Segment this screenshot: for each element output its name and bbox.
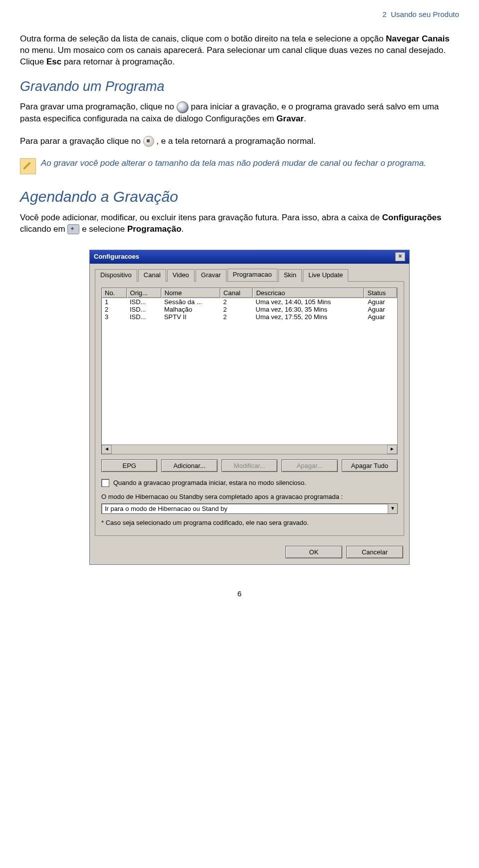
footer-note: * Caso seja selecionado um programa codi… xyxy=(101,519,398,526)
tab-strip: Dispositivo Canal Video Gravar Programac… xyxy=(95,269,404,282)
scroll-track[interactable] xyxy=(112,445,387,454)
silent-checkbox-row: Quando a gravacao programada iniciar, es… xyxy=(101,479,398,487)
tab-panel: No. Orig... Nome Canal Descricao Status … xyxy=(95,282,404,536)
gravando-title: Gravando um Programa xyxy=(20,79,459,94)
section-number: 2 xyxy=(383,10,387,18)
close-icon[interactable]: × xyxy=(395,252,405,261)
tab-video[interactable]: Video xyxy=(167,269,195,282)
silent-checkbox[interactable] xyxy=(101,479,109,487)
settings-icon xyxy=(67,224,79,234)
config-dialog: Configuracoes × Dispositivo Canal Video … xyxy=(90,250,409,564)
gravando-p2: Para parar a gravação clique no , e a te… xyxy=(20,136,459,147)
tab-programacao[interactable]: Programacao xyxy=(228,269,277,281)
intro-paragraph: Outra forma de seleção da lista de canai… xyxy=(20,33,459,68)
col-canal[interactable]: Canal xyxy=(221,288,253,298)
delete-button[interactable]: Apagar... xyxy=(281,459,337,472)
hibernate-dropdown[interactable]: Ir para o modo de Hibernacao ou Stand by… xyxy=(101,503,398,514)
hibernate-info: O modo de Hibernacao ou Standby sera com… xyxy=(101,493,398,500)
scroll-left-icon[interactable]: ◄ xyxy=(102,445,112,454)
page-number: 6 xyxy=(20,589,459,598)
tab-liveupdate[interactable]: Live Update xyxy=(303,269,348,282)
button-row: EPG Adicionar... Modificar... Apagar... … xyxy=(101,459,398,472)
listview-body: 1 ISD... Sessão da ... 2 Uma vez, 14:40,… xyxy=(102,298,397,444)
listview-header: No. Orig... Nome Canal Descricao Status xyxy=(102,288,397,298)
cancel-button[interactable]: Cancelar xyxy=(346,546,403,558)
modify-button[interactable]: Modificar... xyxy=(222,459,277,472)
record-icon xyxy=(177,101,189,113)
section-title: Usando seu Produto xyxy=(391,10,459,18)
col-no[interactable]: No. xyxy=(102,288,127,298)
col-nome[interactable]: Nome xyxy=(162,288,221,298)
epg-button[interactable]: EPG xyxy=(101,459,157,472)
scroll-right-icon[interactable]: ► xyxy=(387,445,397,454)
schedule-listview[interactable]: No. Orig... Nome Canal Descricao Status … xyxy=(101,288,398,454)
tab-dispositivo[interactable]: Dispositivo xyxy=(95,269,137,282)
add-button[interactable]: Adicionar... xyxy=(161,459,217,472)
clear-button[interactable]: Apagar Tudo xyxy=(342,459,398,472)
col-orig[interactable]: Orig... xyxy=(127,288,162,298)
horizontal-scrollbar[interactable]: ◄ ► xyxy=(102,444,397,454)
tab-gravar[interactable]: Gravar xyxy=(196,269,227,282)
agendando-p1: Você pode adicionar, modificar, ou exclu… xyxy=(20,212,459,235)
dropdown-value: Ir para o modo de Hibernacao ou Stand by xyxy=(102,504,388,513)
gravando-p1: Para gravar uma programação, clique no p… xyxy=(20,101,459,125)
silent-checkbox-label: Quando a gravacao programada iniciar, es… xyxy=(113,479,306,486)
chevron-down-icon[interactable]: ▼ xyxy=(388,504,397,513)
stop-icon xyxy=(143,136,154,147)
table-row[interactable]: 2 ISD... Malhação 2 Uma vez, 16:30, 35 M… xyxy=(102,306,397,313)
agendando-title: Agendando a Gravação xyxy=(20,188,459,205)
tab-canal[interactable]: Canal xyxy=(138,269,166,282)
dialog-titlebar: Configuracoes × xyxy=(90,250,409,264)
dialog-footer: OK Cancelar xyxy=(90,542,409,564)
table-row[interactable]: 3 ISD... SPTV II 2 Uma vez, 17:55, 20 Mi… xyxy=(102,313,397,321)
ok-button[interactable]: OK xyxy=(285,546,342,558)
table-row[interactable]: 1 ISD... Sessão da ... 2 Uma vez, 14:40,… xyxy=(102,298,397,306)
col-desc[interactable]: Descricao xyxy=(253,288,364,298)
tab-skin[interactable]: Skin xyxy=(278,269,302,282)
note-icon xyxy=(20,158,36,174)
note-block: Ao gravar você pode alterar o tamanho da… xyxy=(20,158,459,168)
dialog-title: Configuracoes xyxy=(94,253,139,260)
note-text: Ao gravar você pode alterar o tamanho da… xyxy=(41,158,426,168)
col-status[interactable]: Status xyxy=(364,288,397,298)
page-header: 2 Usando seu Produto xyxy=(20,10,459,18)
